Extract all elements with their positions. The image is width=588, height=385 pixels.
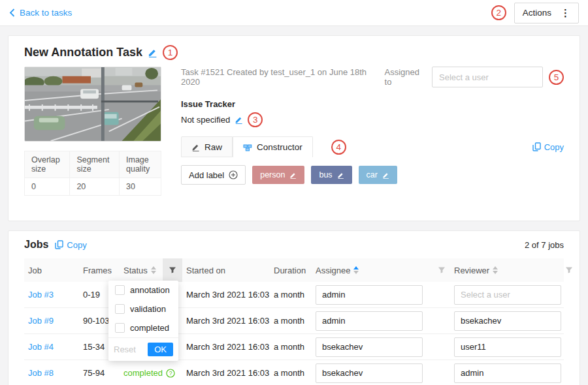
- col-frames: Frames: [79, 266, 120, 275]
- annotation-circle-2: 2: [491, 5, 506, 20]
- edit-label-icon[interactable]: [382, 172, 389, 179]
- assignee-filter-button[interactable]: [433, 258, 450, 282]
- copy-labels-link[interactable]: Copy: [532, 142, 564, 152]
- copy-jobs-link[interactable]: Copy: [55, 240, 86, 250]
- reviewer-filter-button[interactable]: [561, 258, 577, 282]
- back-to-tasks-label: Back to tasks: [20, 8, 72, 18]
- task-meta-text: Task #1521 Created by test_user_1 on Jun…: [181, 67, 385, 87]
- job-duration: a month: [270, 290, 312, 300]
- label-chip-car[interactable]: car: [359, 166, 397, 184]
- job-status: completed: [123, 368, 163, 378]
- tab-constructor[interactable]: Constructor: [233, 136, 313, 157]
- filter-funnel-icon: [438, 266, 446, 274]
- col-reviewer: Reviewer: [454, 266, 489, 275]
- annotation-circle-1: 1: [163, 45, 178, 60]
- job-reviewer-input[interactable]: [454, 311, 561, 331]
- filter-option-validation[interactable]: validation: [108, 300, 178, 318]
- tab-raw[interactable]: Raw: [181, 136, 233, 157]
- jobs-count: 2 of 7 jobs: [525, 240, 564, 250]
- edit-issue-tracker-icon[interactable]: [235, 116, 243, 124]
- filter-reset-button[interactable]: Reset: [114, 345, 136, 354]
- job-assignee-input[interactable]: [316, 311, 423, 331]
- filter-ok-button[interactable]: OK: [148, 343, 173, 356]
- add-label-button[interactable]: Add label: [181, 165, 246, 185]
- param-value-segment: 20: [70, 178, 120, 196]
- edit-label-icon[interactable]: [337, 172, 344, 179]
- copy-icon: [55, 240, 63, 249]
- job-started: March 3rd 2021 16:03: [182, 316, 270, 326]
- job-row: Job #9 90-103 March 3rd 2021 16:03 a mon…: [24, 308, 564, 334]
- param-header-segment: Segment size: [70, 151, 120, 178]
- assignee-sort-button[interactable]: [353, 266, 359, 274]
- label-chip-bus[interactable]: bus: [311, 166, 351, 184]
- col-assignee: Assignee: [316, 266, 350, 275]
- annotation-circle-4: 4: [331, 140, 346, 155]
- col-status: Status: [123, 266, 148, 275]
- edit-label-icon[interactable]: [289, 172, 297, 179]
- job-assignee-input[interactable]: [316, 285, 423, 305]
- param-value-quality: 30: [120, 178, 161, 196]
- jobs-table: Job Frames Status Started on Duration As…: [24, 258, 564, 385]
- copy-labels-label: Copy: [544, 142, 564, 152]
- checkbox-annotation[interactable]: [115, 285, 125, 295]
- job-started: March 3rd 2021 16:03: [182, 368, 270, 378]
- job-link[interactable]: Job #9: [24, 316, 79, 326]
- checkbox-validation[interactable]: [115, 304, 125, 314]
- task-parameters-table: Overlap size Segment size Image quality …: [24, 151, 161, 196]
- label-chip-person-text: person: [260, 170, 285, 179]
- label-chip-person[interactable]: person: [252, 166, 304, 184]
- annotation-circle-3: 3: [248, 112, 263, 127]
- job-row: Job #3 0-19 March 3rd 2021 16:03 a month: [24, 282, 564, 308]
- job-duration: a month: [270, 368, 312, 378]
- pencil-icon: [191, 143, 200, 151]
- job-row: Job #8 75-94 completed ? March 3rd 2021 …: [24, 360, 564, 385]
- reviewer-sort-button[interactable]: [493, 266, 498, 274]
- copy-jobs-label: Copy: [67, 240, 86, 250]
- job-started: March 3rd 2021 16:03: [182, 290, 270, 300]
- task-title: New Annotation Task: [24, 46, 142, 59]
- copy-icon: [532, 142, 541, 151]
- job-link[interactable]: Job #8: [24, 368, 79, 378]
- job-link[interactable]: Job #4: [24, 342, 79, 352]
- col-started: Started on: [182, 266, 270, 275]
- job-duration: a month: [270, 342, 312, 352]
- job-link[interactable]: Job #3: [24, 290, 79, 300]
- job-reviewer-input[interactable]: [454, 363, 561, 383]
- filter-option-completed[interactable]: completed: [108, 318, 178, 337]
- issue-tracker-value: Not specified: [181, 115, 230, 125]
- filter-option-annotation-label: annotation: [130, 285, 170, 295]
- task-preview-image: [24, 67, 161, 142]
- filter-option-annotation[interactable]: annotation: [108, 281, 178, 300]
- status-sort-button[interactable]: [151, 266, 156, 274]
- tab-raw-label: Raw: [204, 142, 222, 152]
- back-to-tasks-link[interactable]: Back to tasks: [9, 8, 72, 18]
- filter-funnel-icon: [565, 266, 573, 274]
- job-reviewer-input[interactable]: [454, 285, 561, 305]
- job-assignee-input[interactable]: [316, 363, 423, 383]
- job-assignee-input[interactable]: [316, 337, 423, 357]
- tab-constructor-label: Constructor: [257, 142, 302, 152]
- jobs-table-header: Job Frames Status Started on Duration As…: [24, 258, 564, 282]
- filter-option-completed-label: completed: [130, 323, 169, 333]
- filter-funnel-icon: [169, 266, 176, 274]
- actions-label: Actions: [523, 8, 551, 18]
- plus-circle-icon: [229, 170, 238, 179]
- job-row: Job #4 15-34 March 3rd 2021 16:03 a mont…: [24, 334, 564, 360]
- job-started: March 3rd 2021 16:03: [182, 342, 270, 352]
- task-assignee-input[interactable]: [432, 67, 543, 87]
- add-label-text: Add label: [189, 170, 224, 180]
- task-details-card: New Annotation Task 1: [8, 35, 580, 221]
- status-filter-dropdown: annotation validation completed Reset OK: [108, 281, 178, 361]
- job-reviewer-input[interactable]: [454, 337, 561, 357]
- issue-tracker-label: Issue Tracker: [181, 99, 564, 109]
- job-duration: a month: [270, 316, 312, 326]
- col-job: Job: [24, 266, 79, 275]
- svg-text:?: ?: [169, 370, 172, 377]
- jobs-title: Jobs: [24, 239, 48, 251]
- checkbox-completed[interactable]: [115, 323, 125, 333]
- status-filter-button[interactable]: [163, 258, 182, 282]
- question-circle-icon[interactable]: ?: [166, 369, 175, 378]
- edit-title-icon[interactable]: [148, 48, 157, 57]
- more-vertical-icon: ⋮: [561, 8, 570, 18]
- actions-button[interactable]: Actions ⋮: [514, 3, 579, 23]
